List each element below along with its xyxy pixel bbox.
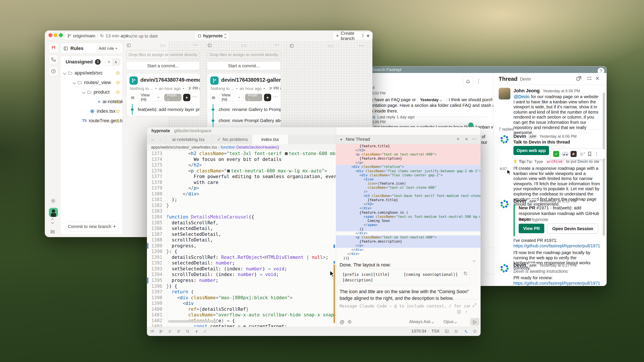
avatar[interactable] — [499, 133, 511, 145]
thread-settings-icon[interactable] — [586, 76, 592, 81]
drop-zone[interactable]: Drop files to assign or commit directly — [126, 50, 200, 59]
scroll-up-icon[interactable]: ↑ — [465, 309, 467, 314]
notifications-bell-button[interactable] — [463, 77, 473, 87]
collab-icon[interactable] — [177, 330, 181, 334]
zoom-button[interactable] — [59, 33, 63, 37]
slack-titlebar[interactable]: Search Fastrepl — [368, 66, 606, 73]
add-rule-button[interactable]: Add rule + — [96, 45, 120, 52]
lane-collapse-icon[interactable] — [127, 43, 131, 47]
thread-history-icon[interactable]: ≡ — [465, 137, 468, 142]
lane-collapse-icon[interactable] — [290, 44, 294, 49]
lane-menu-icon[interactable]: ⋯ — [274, 41, 280, 48]
code-editor[interactable]: 1373 <h2 className="text-3xl font-serif … — [147, 151, 336, 327]
tree-item-product[interactable]: product — [60, 87, 122, 97]
open-web-app-button[interactable]: Open web app — [514, 146, 549, 155]
branch-name[interactable]: devin/1764380912-gallery-shortcuts — [221, 77, 281, 83]
pr-badge[interactable]: PR #1982 — [267, 85, 281, 91]
view-pr-button[interactable]: View PR — [519, 224, 544, 233]
start-commit-button[interactable]: Start a commit... — [207, 61, 280, 70]
open-in-window-icon[interactable] — [576, 76, 582, 81]
statusbar-left-icons[interactable]: ✓ — [150, 329, 207, 334]
branch-name[interactable]: devin/1764380749-memory-page — [140, 77, 200, 83]
tree-item-index-tsx[interactable]: index.tsx — [60, 106, 122, 116]
check-reaction-icon[interactable]: ✓ — [553, 151, 559, 157]
diagnostics-check-icon[interactable]: ✓ — [204, 329, 207, 334]
project-name[interactable]: hyprnote — [152, 128, 170, 133]
tree-item-ai-notetaking-tsx[interactable]: ai-notetaking.tsx — [60, 97, 122, 106]
scroll-to-bottom-button[interactable] — [471, 257, 477, 264]
message-author[interactable]: Devin — [514, 134, 526, 139]
avatar[interactable] — [499, 88, 510, 99]
message-timestamp[interactable]: 6:07 — [500, 167, 507, 171]
drop-zone[interactable]: Drop files to assign or commit directly — [207, 50, 280, 59]
send-button[interactable]: ▷ — [470, 318, 480, 326]
settings-button[interactable] — [48, 196, 58, 206]
cursor-position[interactable]: 1370:34 — [411, 329, 426, 334]
pr-link[interactable]: https://github.com/fastrepl/hyprnote/pul… — [514, 281, 600, 286]
ai-sparkle-button[interactable] — [264, 94, 271, 101]
assign-ai-button[interactable] — [129, 94, 136, 101]
pr-badge[interactable]: PR #1981 — [186, 85, 200, 91]
view-pr-button[interactable]: View PR — [219, 94, 243, 101]
push-button[interactable]: Push ↑ — [164, 94, 182, 101]
message-timestamp[interactable]: Yesterday at 6:06 PM — [543, 89, 580, 93]
lane-collapse-icon[interactable] — [208, 43, 212, 47]
hand-reaction-icon[interactable] — [570, 151, 577, 157]
collapse-rail-button[interactable] — [52, 219, 54, 223]
sidebar-item-history[interactable] — [48, 66, 58, 76]
more-options-icon[interactable]: ⋮ — [594, 151, 599, 157]
tab-index-active[interactable]: index.tsx — [252, 135, 288, 144]
message-author[interactable]: Devin — [514, 263, 526, 268]
close-button[interactable] — [48, 33, 52, 37]
date-divider-pill[interactable]: Yesterday — [417, 96, 445, 104]
model-select[interactable]: Opus — [444, 319, 456, 324]
sidebar-item-branches[interactable] — [48, 54, 58, 64]
diagnostics-summary[interactable]: ✓No problems — [214, 135, 252, 144]
tab-ai-notetaking[interactable]: ai-notetaking.tsx — [165, 135, 212, 144]
lane-menu-icon[interactable]: ⋯ — [193, 41, 199, 48]
start-commit-button[interactable]: Start a commit... — [126, 61, 200, 70]
new-thread-icon[interactable]: + — [456, 136, 460, 142]
eyes-reaction-icon[interactable] — [562, 152, 568, 156]
user-avatar[interactable] — [49, 208, 58, 217]
agent-menu-icon[interactable]: ⋯ — [472, 136, 476, 142]
commit-item[interactable]: feat(web): add memory layer product page — [126, 104, 200, 115]
commit-item[interactable]: chore: rename Gallery to Prompt Gallery … — [207, 104, 281, 115]
more-options-icon[interactable]: ⋮ — [476, 78, 481, 84]
message-timestamp[interactable]: Yesterday at 6:15 PM — [539, 199, 576, 203]
pr-link[interactable]: https://github.com/fastrepl/hyprnote/pul… — [514, 243, 600, 248]
view-toggle[interactable]: ≡ — [105, 58, 120, 66]
lane-drag-handle[interactable] — [160, 44, 166, 47]
avatar[interactable] — [499, 198, 511, 210]
breadcrumb[interactable]: apps/web/src/routes/_view/index.tsx › fu… — [151, 145, 279, 150]
push-button[interactable]: Push ↑ — [245, 94, 262, 101]
tree-view-icon[interactable] — [113, 58, 120, 65]
list-view-icon[interactable]: ≡ — [105, 58, 113, 65]
bell-icon[interactable] — [473, 329, 477, 333]
lane-drag-handle[interactable] — [241, 44, 246, 47]
copilot-spark-icon[interactable] — [464, 329, 468, 333]
debug-icon[interactable] — [454, 329, 458, 333]
nav-back-icon[interactable]: ← — [150, 136, 155, 142]
lane-drag-handle[interactable] — [328, 44, 333, 47]
thread-scrollbar[interactable] — [603, 92, 605, 236]
ai-sparkle-button[interactable] — [183, 94, 190, 101]
assign-ai-button[interactable] — [210, 94, 217, 101]
view-pr-button[interactable]: View PR — [138, 94, 162, 101]
lane-menu-icon[interactable]: ⋯ — [359, 42, 364, 49]
tree-item-apps-web-src[interactable]: apps/web/src — [60, 68, 122, 78]
tree-item-routetree-gen-ts[interactable]: TSrouteTree.gen.ts — [60, 116, 122, 125]
quick-actions-icon[interactable] — [195, 330, 199, 334]
message-author[interactable]: John Jeong — [514, 88, 540, 93]
message-timestamp[interactable]: Yesterday at 6:27 PM — [539, 263, 576, 268]
sidebar-item-workspace[interactable] — [48, 43, 58, 53]
mention-context-icon[interactable]: @ — [340, 319, 344, 325]
mention[interactable]: @Devin — [514, 94, 530, 99]
copy-icon[interactable] — [463, 271, 468, 276]
outline-icon[interactable] — [168, 330, 172, 334]
horizontal-scrollbar[interactable] — [168, 320, 218, 323]
expand-input-icon[interactable] — [472, 303, 476, 307]
message-timestamp[interactable]: Yesterday at 6:06 PM — [539, 134, 576, 139]
agent-message-input[interactable]: Message Claude Code — @ to include conte… — [340, 304, 470, 308]
markdown-file-icon[interactable] — [457, 310, 461, 314]
